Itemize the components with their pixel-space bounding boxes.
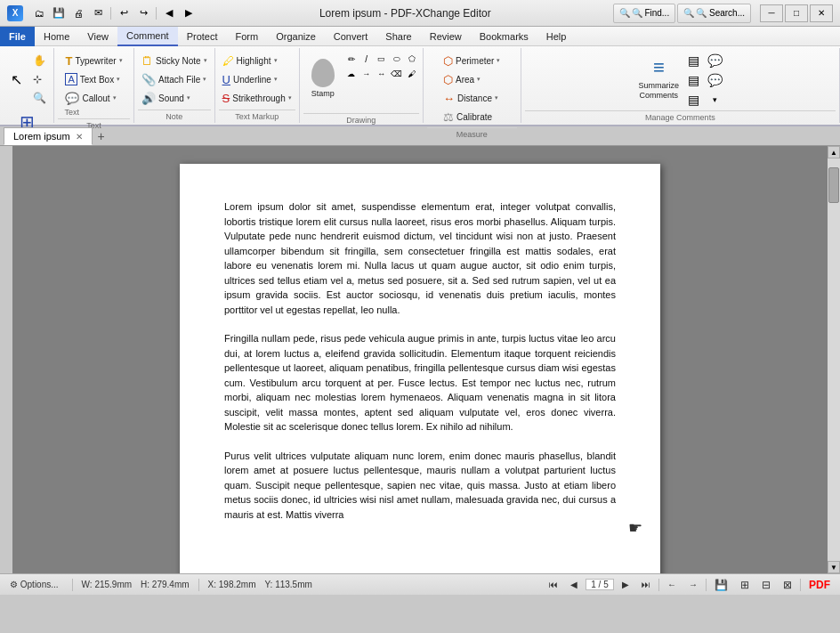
sound-btn[interactable]: 🔊 Sound ▾ — [138, 89, 211, 107]
menu-protect[interactable]: Protect — [178, 27, 227, 46]
manage-btn5[interactable]: ▤ — [683, 91, 703, 109]
distance-dropdown-icon[interactable]: ▾ — [495, 94, 498, 101]
left-scrollbar[interactable] — [0, 146, 12, 573]
textbox-dropdown-icon[interactable]: ▾ — [117, 76, 120, 83]
brush-btn[interactable]: 🖌 — [405, 67, 419, 81]
window-title: Lorem ipsum - PDF-XChange Editor — [198, 7, 613, 20]
qa-undo-btn[interactable]: ↩ — [115, 5, 133, 21]
select-tool-btn[interactable]: ↖ — [4, 52, 28, 107]
marquee-tool-btn[interactable]: ⊹ — [29, 70, 50, 88]
highlight-dropdown-icon[interactable]: ▾ — [274, 57, 278, 64]
line-btn[interactable]: / — [359, 52, 374, 66]
pencil-btn[interactable]: ✏ — [344, 52, 359, 66]
menu-home[interactable]: Home — [35, 27, 78, 46]
area-dropdown-icon[interactable]: ▾ — [477, 76, 481, 83]
qa-back-btn[interactable]: ◀ — [160, 5, 178, 21]
view-mode3-btn[interactable]: ⊠ — [779, 577, 796, 593]
cloud-btn[interactable]: ☁ — [344, 67, 359, 81]
link-next-btn[interactable]: → — [684, 578, 702, 591]
distance-btn[interactable]: ↔ Distance ▾ — [440, 89, 502, 107]
typewriter-btn[interactable]: T Typewriter ▾ — [61, 52, 125, 69]
menu-organize[interactable]: Organize — [267, 27, 325, 46]
hand-tool-btn[interactable]: ✋ — [29, 52, 50, 69]
view-mode2-btn[interactable]: ⊟ — [757, 577, 775, 593]
nav-prev-btn[interactable]: ◀ — [566, 578, 582, 591]
area-btn[interactable]: ⬡ Area ▾ — [440, 70, 484, 88]
calibrate-btn[interactable]: ⚖ Calibrate — [440, 108, 496, 126]
perimeter-btn[interactable]: ⬡ Perimeter ▾ — [440, 52, 504, 69]
drawing-label: Drawing — [303, 113, 419, 125]
close-button[interactable]: ✕ — [810, 4, 833, 22]
view-mode1-btn[interactable]: ⊞ — [736, 577, 754, 593]
qa-redo-btn[interactable]: ↪ — [134, 5, 152, 21]
minimize-button[interactable]: ─ — [760, 4, 783, 22]
rect-btn[interactable]: ▭ — [375, 52, 389, 66]
sticky-dropdown-icon[interactable]: ▾ — [204, 57, 207, 64]
nav-next-btn[interactable]: ▶ — [618, 578, 634, 591]
zoom-tool-btn[interactable]: 🔍 — [29, 89, 50, 107]
doc-tab-1[interactable]: Lorem ipsum ✕ — [4, 127, 93, 145]
menu-file[interactable]: File — [0, 27, 35, 46]
qa-folder-btn[interactable]: 🗂 — [30, 5, 48, 21]
attach-dropdown-icon[interactable]: ▾ — [203, 76, 206, 83]
nav-last-btn[interactable]: ⏭ — [637, 578, 655, 591]
search-button[interactable]: 🔍 🔍 Search... — [677, 4, 751, 23]
menu-view[interactable]: View — [78, 27, 117, 46]
callout-dropdown-icon[interactable]: ▾ — [113, 94, 117, 101]
menu-convert[interactable]: Convert — [325, 27, 377, 46]
manage-btn1[interactable]: ▤ — [683, 52, 703, 69]
stamp-btn[interactable]: Stamp — [303, 50, 343, 107]
underline-btn[interactable]: U Underline ▾ — [219, 70, 295, 88]
strikethrough-icon: S — [222, 92, 230, 105]
right-scrollbar[interactable]: ▲ ▼ — [828, 146, 840, 573]
highlight-btn[interactable]: 🖊 Highlight ▾ — [219, 52, 295, 69]
sticky-note-btn[interactable]: 🗒 Sticky Note ▾ — [138, 52, 211, 69]
double-arrow-btn[interactable]: ↔ — [375, 67, 389, 81]
scroll-thumb[interactable] — [828, 167, 839, 203]
strikethrough-dropdown-icon[interactable]: ▾ — [288, 94, 292, 101]
underline-dropdown-icon[interactable]: ▾ — [274, 76, 278, 83]
qa-print-btn[interactable]: 🖨 — [69, 5, 87, 21]
menu-review[interactable]: Review — [421, 27, 471, 46]
qa-email-btn[interactable]: ✉ — [89, 5, 107, 21]
strikethrough-btn[interactable]: S Strikethrough ▾ — [219, 89, 295, 107]
pdf-btn[interactable]: PDF — [804, 577, 835, 593]
options-btn[interactable]: ⚙ Options... — [5, 578, 63, 591]
nav-first-btn[interactable]: ⏮ — [545, 578, 562, 591]
underline-icon: U — [222, 73, 230, 86]
maximize-button[interactable]: □ — [785, 4, 808, 22]
scroll-track[interactable] — [828, 158, 840, 561]
summarize-comments-btn[interactable]: ≡ SummarizeComments — [635, 50, 682, 107]
link-prev-btn[interactable]: ← — [663, 578, 681, 591]
qa-save-btn[interactable]: 💾 — [50, 5, 68, 21]
menu-help[interactable]: Help — [537, 27, 576, 46]
manage-btn3[interactable]: ▤ — [683, 71, 703, 89]
menu-bookmarks[interactable]: Bookmarks — [471, 27, 537, 46]
find-button[interactable]: 🔍 🔍 Find... — [613, 4, 676, 23]
attach-file-btn[interactable]: 📎 Attach File ▾ — [138, 70, 211, 88]
ellipse-btn[interactable]: ⬭ — [390, 52, 404, 66]
qa-forward-btn[interactable]: ▶ — [180, 5, 198, 21]
new-tab-btn[interactable]: + — [93, 127, 110, 145]
scroll-down-btn[interactable]: ▼ — [828, 561, 840, 573]
manage-btn4[interactable]: 💬 — [705, 71, 724, 89]
qa-sep2 — [156, 7, 157, 20]
typewriter-dropdown-icon[interactable]: ▾ — [119, 57, 123, 64]
save-view-btn[interactable]: 💾 — [710, 577, 732, 593]
textbox-btn[interactable]: A Text Box ▾ — [61, 70, 125, 88]
distance-icon: ↔ — [443, 92, 455, 105]
polygon-btn[interactable]: ⬠ — [405, 52, 419, 66]
menu-comment[interactable]: Comment — [117, 27, 178, 46]
menu-share[interactable]: Share — [376, 27, 420, 46]
arrow-btn[interactable]: → — [359, 67, 374, 81]
manage-btn6[interactable]: ▾ — [705, 91, 724, 109]
note-label: Note — [138, 110, 211, 121]
menu-form[interactable]: Form — [227, 27, 268, 46]
callout-btn[interactable]: 💬 Callout ▾ — [61, 89, 125, 107]
tab-close-icon[interactable]: ✕ — [76, 132, 83, 142]
perimeter-dropdown-icon[interactable]: ▾ — [497, 57, 500, 64]
sound-dropdown-icon[interactable]: ▾ — [187, 94, 190, 101]
manage-btn2[interactable]: 💬 — [705, 52, 724, 69]
scroll-up-btn[interactable]: ▲ — [828, 146, 840, 158]
eraser-btn[interactable]: ⌫ — [390, 67, 404, 81]
